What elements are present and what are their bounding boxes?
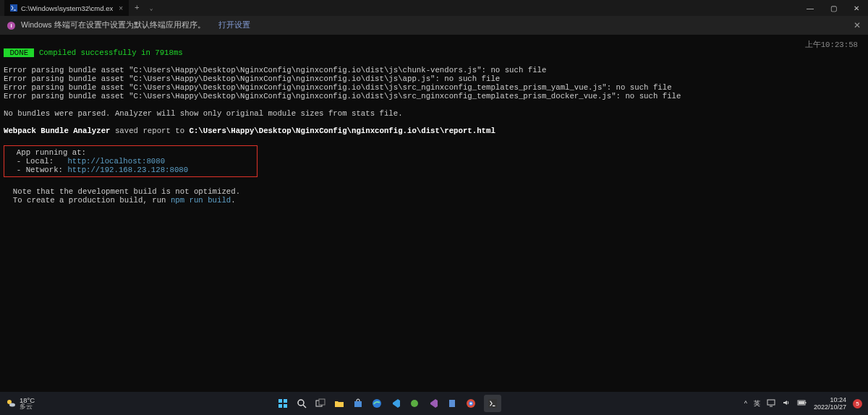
svg-rect-7 [284, 404, 287, 408]
taskbar: 18°C 多云 ^ 英 10:24 2022/10/27 5 [0, 392, 868, 415]
tab-close-icon[interactable]: × [119, 4, 123, 12]
svg-rect-23 [805, 402, 807, 403]
tray-clock[interactable]: 10:24 2022/10/27 [814, 396, 846, 411]
terminal-output[interactable]: 上午10:23:58 DONE Compiled successfully in… [0, 35, 868, 210]
notification-content: i Windows 终端可在设置中设置为默认终端应用程序。 打开设置 [7, 20, 250, 30]
vs-icon[interactable] [427, 398, 439, 409]
store-icon[interactable] [352, 398, 364, 409]
terminal-tab[interactable]: C:\Windows\system32\cmd.ex × [4, 0, 129, 16]
svg-point-18 [470, 403, 472, 405]
taskview-icon[interactable] [315, 398, 326, 409]
svg-rect-15 [449, 400, 455, 407]
taskbar-weather[interactable]: 18°C 多云 [6, 397, 35, 410]
local-label: - Local: [7, 157, 67, 166]
bundles-msg: No bundles were parsed. Analyzer will sh… [4, 109, 403, 118]
tab-dropdown-button[interactable]: ⌄ [145, 0, 158, 16]
error-line: Error parsing bundle asset "C:\Users\Hap… [4, 74, 500, 83]
network-url[interactable]: http://192.168.23.128: [67, 166, 169, 174]
notification-bar: i Windows 终端可在设置中设置为默认终端应用程序。 打开设置 ✕ [0, 16, 868, 35]
svg-point-3 [9, 403, 15, 407]
open-settings-link[interactable]: 打开设置 [218, 20, 250, 30]
chrome-icon[interactable] [465, 398, 477, 409]
npm-run-build: npm run build [171, 196, 231, 205]
close-button[interactable]: ✕ [845, 0, 868, 16]
timestamp: 上午10:23:58 [805, 40, 858, 49]
note-line: Note that the development build is not o… [4, 187, 240, 196]
maximize-button[interactable]: ▢ [822, 0, 845, 16]
taskbar-apps [277, 395, 501, 412]
network-label: - Network: [7, 166, 67, 174]
titlebar-left: C:\Windows\system32\cmd.ex × + ⌄ [4, 0, 158, 16]
error-line: Error parsing bundle asset "C:\Users\Hap… [4, 83, 672, 92]
start-icon[interactable] [277, 398, 289, 409]
error-line: Error parsing bundle asset "C:\Users\Hap… [4, 66, 546, 74]
new-tab-button[interactable]: + [129, 0, 145, 16]
weather-condition: 多云 [20, 403, 35, 410]
svg-line-9 [303, 405, 306, 408]
svg-point-14 [411, 400, 418, 407]
analyzer-mid: saved report to [111, 127, 190, 135]
svg-rect-12 [354, 401, 362, 407]
done-badge: DONE [4, 48, 34, 57]
svg-point-8 [298, 400, 304, 406]
svg-rect-4 [278, 399, 282, 403]
titlebar: C:\Windows\system32\cmd.ex × + ⌄ — ▢ ✕ [0, 0, 868, 16]
app-running-box: App running at: - Local: http://localhos… [4, 145, 258, 177]
notepad-icon[interactable] [446, 398, 458, 409]
tray-date: 2022/10/27 [814, 403, 846, 411]
battery-tray-icon[interactable] [797, 399, 807, 408]
edge-icon[interactable] [371, 398, 383, 409]
minimize-button[interactable]: — [799, 0, 822, 16]
network-port[interactable]: 8080 [170, 166, 189, 174]
ime-lang[interactable]: 英 [754, 399, 760, 408]
analyzer-path: C:\Users\Happy\Desktop\NginxConfig\nginx… [190, 127, 495, 135]
app-running-header: App running at: [7, 148, 86, 157]
compile-status: Compiled successfully in 7918ms [34, 48, 182, 57]
svg-rect-19 [488, 399, 497, 408]
svg-rect-6 [278, 404, 282, 408]
taskbar-tray: ^ 英 10:24 2022/10/27 5 [744, 396, 862, 411]
search-icon[interactable] [296, 398, 307, 409]
window-controls: — ▢ ✕ [799, 0, 868, 16]
network-tray-icon[interactable] [767, 398, 775, 408]
svg-rect-20 [767, 400, 775, 405]
svg-rect-24 [799, 401, 804, 404]
local-port[interactable]: 8080 [146, 157, 165, 166]
error-line: Error parsing bundle asset "C:\Users\Hap… [4, 92, 681, 100]
analyzer-prefix: Webpack Bundle Analyzer [4, 127, 111, 135]
terminal-app-icon[interactable] [484, 395, 501, 412]
weather-icon [6, 398, 16, 408]
svg-rect-11 [319, 399, 325, 405]
notification-close-icon[interactable]: ✕ [854, 20, 861, 30]
note-line-suffix: . [231, 196, 235, 205]
explorer-icon[interactable] [333, 398, 345, 409]
vscode-icon[interactable] [390, 398, 401, 409]
tab-title: C:\Windows\system32\cmd.ex [21, 4, 113, 12]
note-line-prefix: To create a production build, run [4, 196, 171, 205]
clashN-icon[interactable] [409, 398, 420, 409]
notification-text: Windows 终端可在设置中设置为默认终端应用程序。 [21, 20, 205, 30]
local-url[interactable]: http://localhost: [67, 157, 146, 166]
terminal-icon [10, 4, 17, 12]
svg-rect-5 [284, 399, 287, 403]
info-icon: i [7, 22, 15, 30]
tray-chevron-icon[interactable]: ^ [744, 400, 747, 407]
tray-time: 10:24 [830, 396, 846, 403]
notification-badge[interactable]: 5 [853, 399, 862, 408]
volume-tray-icon[interactable] [782, 398, 791, 408]
